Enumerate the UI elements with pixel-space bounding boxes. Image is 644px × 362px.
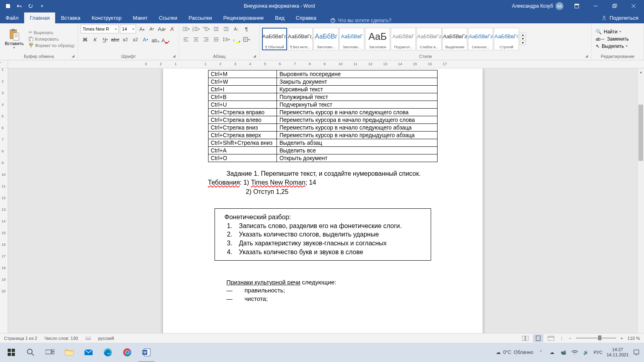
word-button[interactable]: W — [137, 343, 156, 362]
tab-file[interactable]: Файл — [0, 12, 24, 23]
select-button[interactable]: ↖Выделить▾ — [594, 43, 630, 49]
tell-me-search[interactable]: Что вы хотите сделать? — [330, 18, 392, 23]
maximize-button[interactable] — [605, 0, 623, 12]
style-subtle-emphasis[interactable]: АаБбВвГгСлабое в... — [417, 28, 442, 50]
ribbon-display-button[interactable] — [568, 0, 586, 12]
strikethrough-button[interactable]: abc — [111, 35, 120, 44]
language-indicator[interactable]: РУС — [594, 350, 603, 355]
styles-scroll-down[interactable]: ▾ — [520, 37, 526, 41]
bold-button[interactable]: Ж — [80, 35, 89, 44]
qat-customize-button[interactable]: ▾ — [37, 1, 47, 11]
tab-mailings[interactable]: Рассылки — [183, 12, 217, 23]
clipboard-dialog-launcher[interactable]: ◢ — [70, 54, 75, 59]
align-right-button[interactable] — [202, 35, 211, 44]
underline-button[interactable]: Ч▾ — [101, 35, 109, 44]
task-view-button[interactable] — [40, 343, 60, 362]
wifi-icon[interactable] — [571, 349, 578, 356]
numbering-button[interactable]: 123▾ — [192, 25, 200, 33]
align-left-button[interactable] — [182, 35, 190, 44]
clear-formatting-button[interactable]: A̸ — [167, 25, 176, 33]
tab-layout[interactable]: Макет — [127, 12, 153, 23]
notifications-button[interactable] — [633, 349, 640, 356]
status-words[interactable]: Число слов: 130 — [44, 336, 78, 341]
show-marks-button[interactable]: ¶ — [242, 25, 251, 33]
find-button[interactable]: 🔍Найти▾ — [594, 29, 630, 35]
status-proofing-icon[interactable]: 📖 — [85, 335, 91, 341]
minimize-button[interactable] — [586, 0, 605, 12]
share-button[interactable]: Поделиться — [596, 12, 644, 23]
zoom-in-button[interactable]: + — [619, 334, 625, 342]
copy-button[interactable]: Копировать — [28, 36, 76, 42]
superscript-button[interactable]: x2 — [131, 35, 140, 44]
text-effects-button[interactable]: A▾ — [141, 35, 150, 44]
align-center-button[interactable] — [192, 35, 200, 44]
increase-indent-button[interactable] — [222, 25, 231, 33]
font-color-button[interactable]: A▾ — [161, 35, 170, 44]
tab-home[interactable]: Главная — [24, 12, 55, 23]
shading-button[interactable]: ▾ — [232, 35, 241, 44]
volume-icon[interactable]: 🔊 — [582, 349, 590, 356]
style-heading2[interactable]: АаБбВвГЗаголово... — [339, 28, 364, 50]
tab-references[interactable]: Ссылки — [153, 12, 183, 23]
style-title[interactable]: АаБЗаголовок — [365, 28, 390, 50]
tab-view[interactable]: Вид — [269, 12, 290, 23]
styles-expand[interactable]: ▾ — [520, 41, 526, 45]
scroll-up-button[interactable]: ▴ — [638, 68, 644, 75]
tray-overflow-button[interactable]: ˄ — [537, 349, 545, 356]
save-button[interactable] — [3, 1, 13, 11]
paragraph-dialog-launcher[interactable]: ◢ — [252, 54, 257, 59]
font-name-select[interactable]: Times New R▾ — [80, 25, 119, 33]
scroll-thumb[interactable] — [638, 105, 643, 161]
meet-now-icon[interactable]: 📹 — [560, 349, 567, 356]
status-language[interactable]: русский — [98, 336, 114, 341]
change-case-button[interactable]: Aa▾ — [157, 25, 166, 33]
font-size-select[interactable]: 14▾ — [120, 25, 136, 33]
edge-button[interactable] — [98, 343, 118, 362]
zoom-value[interactable]: 110 % — [627, 336, 640, 341]
tab-review[interactable]: Рецензирование — [218, 12, 269, 23]
tab-help[interactable]: Справка — [290, 12, 322, 23]
line-spacing-button[interactable]: ▾ — [222, 35, 231, 44]
view-print-button[interactable] — [533, 334, 543, 342]
chrome-button[interactable] — [118, 343, 137, 362]
view-read-button[interactable] — [520, 334, 530, 342]
status-page[interactable]: Страница 1 из 2 — [4, 336, 37, 341]
bullets-button[interactable]: ▾ — [182, 25, 190, 33]
justify-button[interactable] — [212, 35, 221, 44]
styles-scroll-up[interactable]: ▴ — [520, 33, 526, 37]
user-account[interactable]: Александра Козуб АК — [512, 2, 564, 10]
vertical-scrollbar[interactable]: ▴ ▾ — [637, 68, 644, 352]
style-intense-emphasis[interactable]: АаБбВвГгСильное... — [468, 28, 493, 50]
decrease-indent-button[interactable] — [212, 25, 221, 33]
style-heading1[interactable]: АаБбВгЗаголово... — [314, 28, 339, 50]
tab-design[interactable]: Конструктор — [86, 12, 127, 23]
search-button[interactable] — [21, 343, 40, 362]
font-dialog-launcher[interactable]: ◢ — [171, 54, 176, 59]
zoom-out-button[interactable]: − — [567, 334, 574, 342]
borders-button[interactable]: ▾ — [242, 35, 251, 44]
start-button[interactable] — [2, 343, 21, 362]
view-web-button[interactable] — [546, 334, 556, 342]
style-emphasis[interactable]: АаБбВвГгВыделение — [442, 28, 467, 50]
onedrive-icon[interactable]: ☁ — [549, 349, 556, 356]
document-scroll[interactable]: Ctrl+MВыровнять посерединеCtrl+WЗакрыть … — [8, 68, 637, 352]
cut-button[interactable]: ✂Вырезать — [28, 29, 76, 35]
redo-button[interactable] — [26, 1, 35, 11]
explorer-button[interactable] — [60, 343, 79, 362]
style-normal[interactable]: АаБбВвГг,¶ Обычный — [262, 28, 287, 50]
mail-button[interactable] — [79, 343, 98, 362]
shrink-font-button[interactable]: A▾ — [147, 25, 156, 33]
italic-button[interactable]: К — [91, 35, 99, 44]
replace-button[interactable]: ab↔Заменить — [594, 36, 630, 42]
clock[interactable]: 14:27 14.11.2021 — [607, 347, 629, 358]
undo-button[interactable] — [14, 1, 24, 11]
style-strong[interactable]: АаБбВвГгСтрогий — [494, 28, 519, 50]
format-painter-button[interactable]: Формат по образцу — [28, 43, 76, 48]
tab-insert[interactable]: Вставка — [55, 12, 86, 23]
ruler-vertical[interactable]: 1234567891011121314151617181920 — [0, 68, 8, 352]
styles-dialog-launcher[interactable]: ◢ — [584, 54, 589, 59]
highlight-color-button[interactable]: ab▾ — [151, 35, 160, 44]
zoom-handle[interactable] — [598, 335, 601, 340]
zoom-slider[interactable] — [576, 337, 616, 339]
sort-button[interactable]: A↓ — [232, 25, 241, 33]
